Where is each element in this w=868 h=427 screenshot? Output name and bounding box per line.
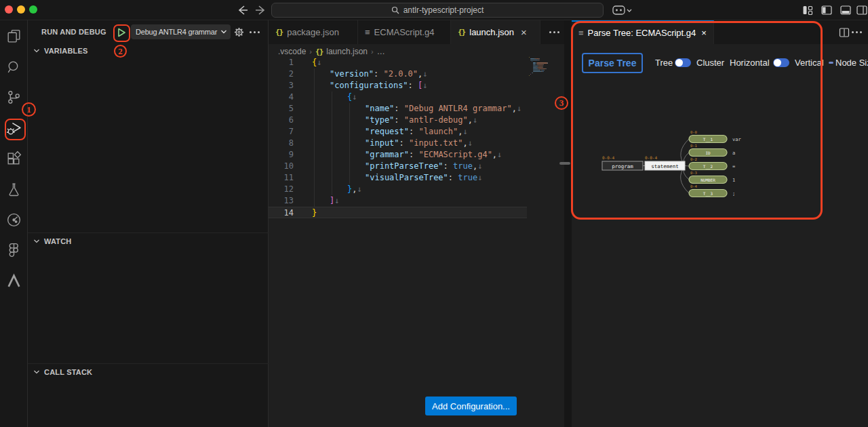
annotation-box-play-button xyxy=(113,24,130,42)
annotation-box-parse-tree-panel xyxy=(571,21,823,220)
annotation-circle-1: 1 xyxy=(22,102,36,117)
annotation-circle-2: 2 xyxy=(114,45,127,58)
vscode-window: antlr-typescript-project xyxy=(0,0,868,427)
annotation-circle-3: 3 xyxy=(555,96,568,110)
annotation-box-debug-icon xyxy=(5,119,26,140)
